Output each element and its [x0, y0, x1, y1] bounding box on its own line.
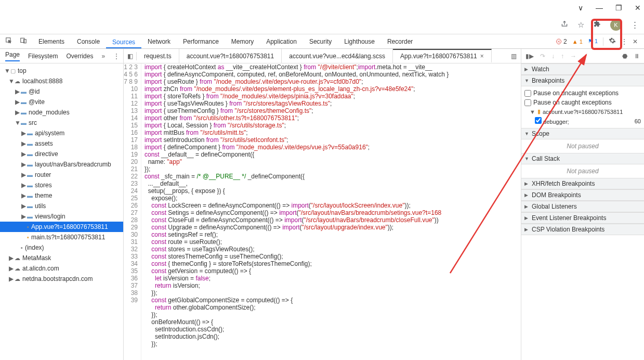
devtools-tab-performance[interactable]: Performance	[177, 34, 225, 49]
editor-tab[interactable]: account.vue?t=1680076753811	[179, 49, 282, 63]
editor-nav-icon[interactable]: ◧	[124, 53, 136, 60]
tree-item[interactable]: ▶▬@vite	[0, 97, 123, 107]
tree-label: netdna.bootstrapcdn.com	[22, 275, 93, 282]
tree-item[interactable]: ▶▬router	[0, 170, 123, 180]
breakpoint-file[interactable]: ▼▮account.vue?t=1680076753811	[524, 107, 641, 116]
section-csp[interactable]: ▶CSP Violation Breakpoints	[521, 224, 644, 235]
devtools-tab-network[interactable]: Network	[141, 34, 177, 49]
tree-item[interactable]: ▶▬assets	[0, 138, 123, 149]
folder-icon: ▬	[27, 151, 33, 157]
deactivate-breakpoints-icon[interactable]: ⬣	[622, 53, 627, 60]
section-dom[interactable]: ▶DOM Breakpoints	[521, 189, 644, 201]
sidebar-tab-filesystem[interactable]: Filesystem	[28, 53, 58, 60]
tree-item[interactable]: ▪(index)	[0, 242, 123, 253]
tree-label: node_modules	[29, 109, 70, 116]
tree-item[interactable]: ▪main.ts?t=1680076753811	[0, 232, 123, 242]
star-icon[interactable]: ☆	[577, 20, 584, 30]
minimize-button[interactable]: —	[596, 4, 603, 12]
file-icon: ▪	[21, 245, 23, 251]
tree-item[interactable]: ▶☁MetaMask	[0, 253, 123, 263]
step-out-icon[interactable]: ↑	[561, 53, 564, 60]
devtools-tab-sources[interactable]: Sources	[106, 35, 141, 48]
callstack-not-paused: Not paused	[521, 164, 644, 178]
section-global[interactable]: ▶Global Listeners	[521, 201, 644, 212]
tree-label: utils	[35, 202, 46, 210]
tree-label: main.ts?t=1680076753811	[31, 234, 105, 241]
folder-icon: ▬	[27, 182, 33, 188]
tree-item[interactable]: ▶▬stores	[0, 180, 123, 190]
folder-icon: ▬	[21, 99, 27, 105]
window-dropdown-icon[interactable]: ∨	[578, 4, 583, 12]
tree-item[interactable]: ▶▬layout/navBars/breadcrumb	[0, 159, 123, 170]
share-icon[interactable]	[561, 20, 568, 29]
devtools-tab-security[interactable]: Security	[303, 34, 338, 49]
close-window-button[interactable]: ✕	[635, 4, 641, 12]
profile-avatar[interactable]: K	[610, 19, 622, 31]
cloud-icon: ☁	[15, 78, 20, 85]
pause-caught-checkbox[interactable]: Pause on caught exceptions	[524, 98, 641, 107]
maximize-button[interactable]: ❐	[615, 4, 622, 12]
devtools-tab-recorder[interactable]: Recorder	[381, 34, 419, 49]
tree-item[interactable]: ▶▬utils	[0, 201, 123, 211]
section-callstack[interactable]: ▼Call Stack	[521, 153, 644, 164]
section-watch[interactable]: ▶Watch	[521, 63, 644, 75]
code-area[interactable]: 1 2 3 4 5 6 7 8 9 10 11 12 13 14 15 16 1…	[124, 63, 521, 360]
device-toggle-icon[interactable]	[20, 37, 27, 46]
error-badge[interactable]: ⮾ 2	[556, 38, 567, 45]
editor-tab[interactable]: request.ts	[137, 49, 179, 63]
section-xhr[interactable]: ▶XHR/fetch Breakpoints	[521, 178, 644, 189]
devtools-tab-elements[interactable]: Elements	[32, 34, 71, 49]
settings-gear-icon[interactable]	[609, 37, 616, 46]
pause-icon[interactable]: ▮▶	[525, 53, 534, 60]
browser-toolbar: ☆ K ⋮	[0, 16, 644, 34]
sidebar-tab-page[interactable]: Page	[5, 51, 20, 61]
tree-label: @id	[29, 88, 40, 95]
file-tree[interactable]: ▼▢top▼☁localhost:8888▶▬@id▶▬@vite▶▬node_…	[0, 63, 123, 360]
warning-badge[interactable]: ▲ 1	[572, 38, 583, 45]
sidebar-more-icon[interactable]: »	[101, 53, 105, 60]
tree-item[interactable]: ▶▬theme	[0, 190, 123, 201]
devtools-tab-lighthouse[interactable]: Lighthouse	[338, 34, 381, 49]
folder-icon: ▬	[27, 130, 33, 136]
section-breakpoints[interactable]: ▼Breakpoints	[521, 75, 644, 86]
inspect-element-icon[interactable]	[5, 37, 12, 46]
extensions-puzzle-icon[interactable]	[594, 20, 601, 29]
info-badge[interactable]: ⚑ 1	[588, 38, 598, 45]
tree-item[interactable]: ▼▢top	[0, 66, 123, 76]
browser-menu-icon[interactable]: ⋮	[631, 20, 639, 30]
folder-icon: ▬	[27, 203, 33, 209]
sidebar-menu-icon[interactable]: ⋮	[113, 53, 120, 60]
tree-item[interactable]: ▪App.vue?t=1680076753811	[0, 222, 123, 232]
tree-label: top	[18, 67, 27, 74]
devtools-tab-memory[interactable]: Memory	[225, 34, 260, 49]
pause-uncaught-checkbox[interactable]: Pause on uncaught exceptions	[524, 88, 641, 98]
devtools-tab-application[interactable]: Application	[260, 34, 303, 49]
tree-item[interactable]: ▶▬api/system	[0, 128, 123, 138]
tree-item[interactable]: ▶▬node_modules	[0, 107, 123, 118]
editor-tab[interactable]: App.vue?t=1680076753811×	[393, 49, 492, 62]
tree-item[interactable]: ▶▬views/login	[0, 211, 123, 222]
close-tab-icon[interactable]: ×	[480, 53, 484, 60]
tree-item[interactable]: ▼☁localhost:8888	[0, 76, 123, 86]
tree-item[interactable]: ▶▬directive	[0, 149, 123, 159]
step-into-icon[interactable]: ↓	[551, 53, 555, 60]
pause-exceptions-icon[interactable]: ⏸	[634, 53, 640, 60]
tree-label: at.alicdn.com	[22, 265, 59, 272]
tree-label: App.vue?t=1680076753811	[31, 223, 108, 230]
tree-item[interactable]: ▶☁at.alicdn.com	[0, 263, 123, 274]
tree-item[interactable]: ▼▬src	[0, 118, 123, 128]
tree-item[interactable]: ▶☁netdna.bootstrapcdn.com	[0, 274, 123, 284]
breakpoint-line[interactable]: debugger;60	[524, 116, 641, 126]
tree-label: assets	[35, 140, 53, 147]
section-event[interactable]: ▶Event Listener Breakpoints	[521, 212, 644, 224]
devtools-tab-console[interactable]: Console	[71, 34, 106, 49]
close-devtools-icon[interactable]: ✕	[633, 38, 638, 45]
sidebar-tab-overrides[interactable]: Overrides	[66, 53, 93, 60]
step-over-icon[interactable]: ↷	[540, 53, 545, 60]
editor-tab[interactable]: account.vue?vue...ecd4&lang.scss	[282, 49, 393, 63]
editor-more-icon[interactable]: ▥	[507, 53, 521, 60]
section-scope[interactable]: ▼Scope	[521, 128, 644, 139]
devtools-menu-icon[interactable]: ⋮	[621, 38, 627, 45]
step-icon[interactable]: →	[570, 53, 576, 60]
tree-item[interactable]: ▶▬@id	[0, 86, 123, 97]
